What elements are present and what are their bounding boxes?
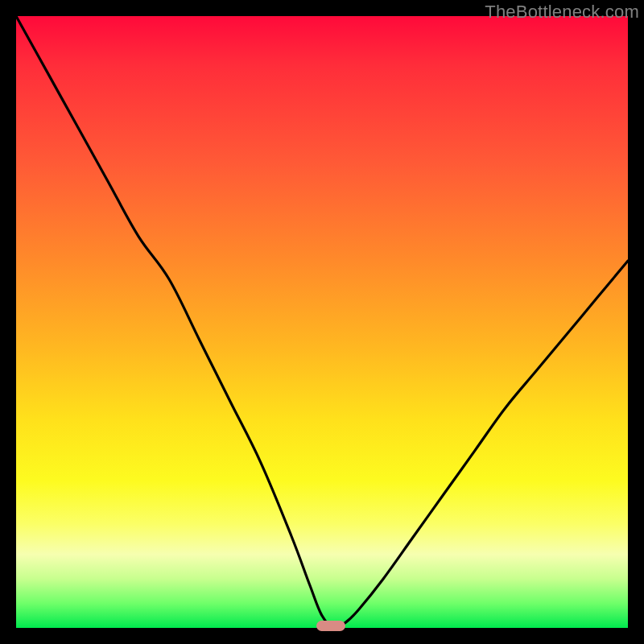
bottleneck-curve [16, 16, 628, 628]
optimum-marker [316, 621, 345, 631]
chart-frame: TheBottleneck.com [0, 0, 644, 644]
watermark-text: TheBottleneck.com [485, 2, 639, 23]
plot-area [16, 16, 628, 628]
